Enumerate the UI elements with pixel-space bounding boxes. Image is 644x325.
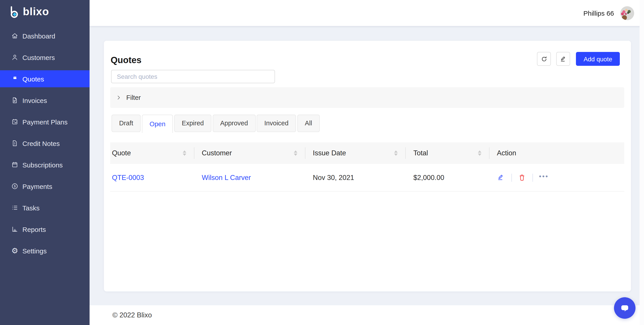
column-label: Action — [497, 149, 516, 157]
column-header-customer: Customer — [194, 142, 305, 164]
sidebar-item-quotes[interactable]: ❝ Quotes — [0, 70, 90, 87]
pencil-icon — [560, 55, 567, 62]
cell-total: $2,000.00 — [405, 164, 489, 191]
column-label: Customer — [202, 149, 232, 157]
filter-label: Filter — [126, 94, 140, 101]
table-header: Quote Customer Issue Date Total — [110, 142, 624, 164]
sidebar-item-settings[interactable]: ⚙ Settings — [0, 242, 90, 259]
calendar-icon — [11, 161, 18, 168]
sidebar-item-label: Payments — [22, 182, 52, 190]
sort-control[interactable] — [294, 150, 297, 156]
trash-icon — [518, 174, 526, 181]
refresh-icon — [540, 55, 548, 62]
sidebar-item-label: Credit Notes — [22, 139, 60, 147]
copyright-text: © 2022 Blixo — [112, 311, 152, 319]
home-icon — [11, 32, 18, 39]
footer: © 2022 Blixo — [90, 305, 644, 325]
sidebar-item-subscriptions[interactable]: Subscriptions — [0, 156, 90, 173]
sidebar-item-payments[interactable]: $ Payments — [0, 178, 90, 195]
delete-row-button[interactable] — [518, 173, 526, 182]
sort-control[interactable] — [394, 150, 398, 156]
brand-name: blixo — [23, 5, 49, 18]
cell-action: ••• — [489, 164, 624, 191]
user-icon — [11, 54, 18, 61]
sort-control[interactable] — [182, 150, 186, 156]
sort-control[interactable] — [478, 150, 481, 156]
tab-open[interactable]: Open — [142, 115, 173, 133]
sidebar-item-tasks[interactable]: Tasks — [0, 199, 90, 216]
quotes-table: Quote Customer Issue Date Total — [110, 142, 624, 192]
svg-text:$: $ — [14, 184, 16, 188]
quote-link[interactable]: QTE-0003 — [112, 173, 144, 182]
list-icon — [11, 204, 18, 211]
sidebar-item-label: Customers — [22, 53, 55, 61]
sidebar-item-label: Subscriptions — [22, 161, 63, 169]
user-name[interactable]: Phillips 66 — [583, 9, 614, 17]
sidebar-item-label: Invoices — [22, 96, 47, 104]
sidebar-item-label: Tasks — [22, 204, 40, 212]
toolbar: Add quote — [532, 52, 620, 66]
column-header-issue-date: Issue Date — [305, 142, 405, 164]
customer-link[interactable]: Wilson L Carver — [202, 173, 251, 182]
column-header-action: Action — [489, 142, 624, 164]
cell-quote: QTE-0003 — [110, 164, 194, 191]
main-content: Quotes Add quote Filter Draft Open Expir… — [90, 26, 644, 325]
sidebar-item-label: Reports — [22, 225, 46, 233]
sidebar-nav: Dashboard Customers ❝ Quotes Invoices — [0, 27, 90, 264]
file-alert-icon — [11, 140, 18, 147]
page-title: Quotes — [110, 55, 142, 65]
sidebar-item-label: Payment Plans — [22, 118, 68, 126]
action-divider — [532, 173, 533, 182]
column-label: Total — [413, 149, 428, 157]
row-actions: ••• — [497, 173, 549, 182]
action-divider — [511, 173, 512, 182]
topbar: Phillips 66 — [90, 0, 644, 26]
refresh-button[interactable] — [537, 52, 551, 66]
column-label: Issue Date — [313, 149, 346, 157]
chat-launcher-button[interactable] — [614, 297, 636, 319]
column-label: Quote — [112, 149, 131, 157]
avatar[interactable] — [620, 6, 634, 20]
chat-bubble-icon — [619, 302, 630, 314]
sidebar-item-label: Dashboard — [22, 32, 55, 40]
bar-chart-icon — [11, 226, 18, 233]
more-actions-button[interactable]: ••• — [539, 173, 549, 182]
tab-draft[interactable]: Draft — [112, 115, 141, 132]
edit-columns-button[interactable] — [556, 52, 570, 66]
app-root: blixo Dashboard Customers ❝ Quotes — [0, 0, 644, 325]
sidebar-item-payment-plans[interactable]: Payment Plans — [0, 113, 90, 130]
search-input[interactable] — [111, 70, 275, 83]
sidebar-item-customers[interactable]: Customers — [0, 49, 90, 66]
quote-icon: ❝ — [11, 75, 18, 82]
chevron-right-icon — [116, 95, 121, 100]
filter-toggle[interactable]: Filter — [110, 87, 624, 108]
cell-issue-date: Nov 30, 2021 — [305, 164, 405, 191]
sidebar-item-invoices[interactable]: Invoices — [0, 92, 90, 109]
gear-icon: ⚙ — [11, 247, 18, 254]
scrollbar-track[interactable] — [640, 0, 644, 325]
tab-all[interactable]: All — [297, 115, 320, 132]
blixo-logo-icon — [11, 6, 18, 18]
column-header-quote: Quote — [110, 142, 194, 164]
file-text-icon — [11, 97, 18, 104]
brand-logo[interactable]: blixo — [0, 0, 90, 18]
tab-invoiced[interactable]: Invoiced — [256, 115, 296, 132]
tab-expired[interactable]: Expired — [174, 115, 212, 132]
tab-approved[interactable]: Approved — [212, 115, 256, 132]
pencil-icon — [497, 174, 505, 181]
column-header-total: Total — [405, 142, 489, 164]
sidebar-item-label: Quotes — [22, 75, 44, 83]
sidebar: blixo Dashboard Customers ❝ Quotes — [0, 0, 90, 325]
sidebar-item-label: Settings — [22, 247, 46, 255]
table-row: QTE-0003 Wilson L Carver Nov 30, 2021 $2… — [110, 164, 624, 192]
quotes-card: Quotes Add quote Filter Draft Open Expir… — [104, 41, 631, 292]
add-quote-button[interactable]: Add quote — [576, 52, 620, 66]
cell-customer: Wilson L Carver — [194, 164, 305, 191]
edit-row-button[interactable] — [497, 173, 505, 182]
sidebar-item-credit-notes[interactable]: Credit Notes — [0, 135, 90, 152]
dollar-circle-icon: $ — [11, 183, 18, 190]
sidebar-item-reports[interactable]: Reports — [0, 221, 90, 238]
sidebar-item-dashboard[interactable]: Dashboard — [0, 27, 90, 44]
status-tabs: Draft Open Expired Approved Invoiced All — [112, 115, 321, 133]
calendar-check-icon — [11, 118, 18, 125]
